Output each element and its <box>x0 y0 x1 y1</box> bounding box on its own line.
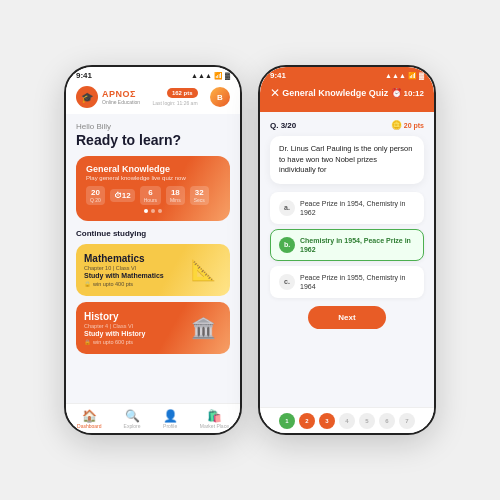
explore-icon: 🔍 <box>125 410 140 422</box>
nav-marketplace[interactable]: 🛍️ Market Place <box>200 410 229 429</box>
answer-b-text: Chemistry in 1954, Peace Prize in 1962 <box>300 236 415 254</box>
status-bar-1: 9:41 ▲▲▲ 📶 ▓ <box>66 67 240 82</box>
greeting: Hello Billy <box>76 122 230 131</box>
dot-1 <box>144 209 148 213</box>
nav-dashboard-label: Dashboard <box>77 423 101 429</box>
history-subject: History <box>84 311 145 322</box>
header-right: 162 pts Last login: 11:26 am <box>153 88 198 106</box>
quiz-title: General Knowledge Quiz <box>280 88 391 98</box>
answer-c-label: c. <box>279 274 295 290</box>
history-icon: 🏛️ <box>184 309 222 347</box>
pag-5[interactable]: 5 <box>359 413 375 429</box>
nav-profile[interactable]: 👤 Profile <box>163 410 178 429</box>
math-cta: Study with Mathematics <box>84 272 164 279</box>
timer-value: 10:12 <box>404 89 424 98</box>
coin-icon: 🪙 <box>391 120 402 130</box>
dot-3 <box>158 209 162 213</box>
phones-container: 9:41 ▲▲▲ 📶 ▓ 🎓 ΑΡΝΟΣ Online Education <box>54 55 446 445</box>
math-pts: 🔒 win upto 400 pts <box>84 281 164 287</box>
main-content: Hello Billy Ready to learn? General Know… <box>66 114 240 403</box>
main-tagline: Ready to learn? <box>76 132 230 148</box>
phone1-screen: 9:41 ▲▲▲ 📶 ▓ 🎓 ΑΡΝΟΣ Online Education <box>66 67 240 433</box>
answer-c[interactable]: c. Peace Prize in 1955, Chemistry in 196… <box>270 266 424 298</box>
profile-icon: 👤 <box>163 410 178 422</box>
marketplace-icon: 🛍️ <box>207 410 222 422</box>
time-2: 9:41 <box>270 71 286 80</box>
math-chapter: Chapter 10 | Class VI <box>84 265 164 271</box>
close-button[interactable]: ✕ <box>270 86 280 100</box>
question-header: Q. 3/20 🪙 20 pts <box>270 120 424 130</box>
points-badge: 162 pts <box>167 88 198 98</box>
next-button[interactable]: Next <box>308 306 385 329</box>
pag-7[interactable]: 7 <box>399 413 415 429</box>
nav-profile-label: Profile <box>163 423 177 429</box>
question-pagination: 1 2 3 4 5 6 7 <box>260 407 434 433</box>
phone-dashboard: 9:41 ▲▲▲ 📶 ▓ 🎓 ΑΡΝΟΣ Online Education <box>64 65 242 435</box>
quiz-stat-mins: 18 Mins <box>166 186 185 205</box>
question-card: Dr. Linus Carl Pauling is the only perso… <box>270 136 424 184</box>
signal-icon-2: ▲▲▲ <box>385 72 406 79</box>
wifi-icon-2: 📶 <box>408 72 417 80</box>
phone-quiz: 9:41 ▲▲▲ 📶 ▓ ✕ General Knowledge Quiz ⏰ … <box>258 65 436 435</box>
pag-4[interactable]: 4 <box>339 413 355 429</box>
math-icon: 📐 <box>184 251 222 289</box>
status-bar-2: 9:41 ▲▲▲ 📶 ▓ <box>260 67 434 82</box>
pag-2[interactable]: 2 <box>299 413 315 429</box>
bottom-nav: 🏠 Dashboard 🔍 Explore 👤 Profile 🛍️ Marke… <box>66 403 240 433</box>
status-icons-1: ▲▲▲ 📶 ▓ <box>191 72 230 80</box>
status-icons-2: ▲▲▲ 📶 ▓ <box>385 72 424 80</box>
history-info: History Chapter 4 | Class VI Study with … <box>84 311 145 345</box>
phone2-screen: 9:41 ▲▲▲ 📶 ▓ ✕ General Knowledge Quiz ⏰ … <box>260 67 434 433</box>
points-value: 20 pts <box>404 122 424 129</box>
wifi-icon: 📶 <box>214 72 223 80</box>
math-subject: Mathematics <box>84 253 164 264</box>
quiz-header: ✕ General Knowledge Quiz ⏰ 10:12 <box>260 82 434 112</box>
logo-text-wrap: ΑΡΝΟΣ Online Education <box>102 89 140 105</box>
nav-marketplace-label: Market Place <box>200 423 229 429</box>
quiz-stat-hours: 6 Hours <box>140 186 161 205</box>
quiz-card-title: General Knowledge <box>86 164 220 174</box>
pag-1[interactable]: 1 <box>279 413 295 429</box>
logo-name: ΑΡΝΟΣ <box>102 89 140 99</box>
quiz-stat-timer: ⏱12 <box>110 189 135 202</box>
history-pts: 🔒 win upto 600 pts <box>84 339 145 345</box>
question-text: Dr. Linus Carl Pauling is the only perso… <box>279 144 415 176</box>
answer-a-text: Peace Prize in 1954, Chemistry in 1962 <box>300 199 415 217</box>
pag-3[interactable]: 3 <box>319 413 335 429</box>
quiz-card-subtitle: Play general knowledge live quiz now <box>86 175 220 181</box>
question-number: Q. 3/20 <box>270 121 296 130</box>
quiz-stat-q: 20 Q 20 <box>86 186 105 205</box>
quiz-stat-secs: 32 Secs <box>190 186 209 205</box>
pag-6[interactable]: 6 <box>379 413 395 429</box>
signal-icon: ▲▲▲ <box>191 72 212 79</box>
history-cta: Study with History <box>84 330 145 337</box>
answer-b[interactable]: b. Chemistry in 1954, Peace Prize in 196… <box>270 229 424 261</box>
math-study-card[interactable]: Mathematics Chapter 10 | Class VI Study … <box>76 244 230 296</box>
battery-icon: ▓ <box>225 72 230 79</box>
time-1: 9:41 <box>76 71 92 80</box>
math-info: Mathematics Chapter 10 | Class VI Study … <box>84 253 164 287</box>
carousel-dots <box>86 209 220 213</box>
quiz-card[interactable]: General Knowledge Play general knowledge… <box>76 156 230 221</box>
logo-subtext: Online Education <box>102 99 140 105</box>
avatar: B <box>210 87 230 107</box>
answer-a[interactable]: a. Peace Prize in 1954, Chemistry in 196… <box>270 192 424 224</box>
dashboard-icon: 🏠 <box>82 410 97 422</box>
dot-2 <box>151 209 155 213</box>
last-login: Last login: 11:26 am <box>153 100 198 106</box>
nav-explore-label: Explore <box>124 423 141 429</box>
nav-dashboard[interactable]: 🏠 Dashboard <box>77 410 101 429</box>
quiz-timer: ⏰ 10:12 <box>391 88 424 98</box>
answer-c-text: Peace Prize in 1955, Chemistry in 1964 <box>300 273 415 291</box>
history-study-card[interactable]: History Chapter 4 | Class VI Study with … <box>76 302 230 354</box>
timer-icon: ⏰ <box>391 88 402 98</box>
quiz-header-top: ✕ General Knowledge Quiz ⏰ 10:12 <box>270 86 424 100</box>
continue-studying-title: Continue studying <box>76 229 230 238</box>
nav-explore[interactable]: 🔍 Explore <box>124 410 141 429</box>
answer-b-label: b. <box>279 237 295 253</box>
question-points: 🪙 20 pts <box>391 120 424 130</box>
logo-icon: 🎓 <box>76 86 98 108</box>
quiz-content: Q. 3/20 🪙 20 pts Dr. Linus Carl Pauling … <box>260 112 434 407</box>
logo-area: 🎓 ΑΡΝΟΣ Online Education <box>76 86 140 108</box>
battery-icon-2: ▓ <box>419 72 424 79</box>
